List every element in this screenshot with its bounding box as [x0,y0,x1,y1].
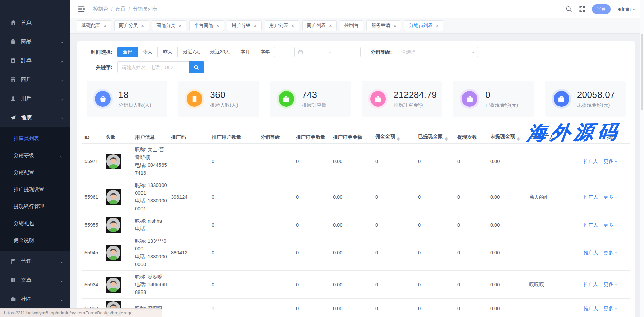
search-icon[interactable] [566,6,572,12]
scrollbar-thumb[interactable] [641,34,643,110]
close-icon[interactable]: × [141,23,144,28]
level-select[interactable]: 请选择 [397,47,478,57]
sidebar-item-articles[interactable]: 文章 [0,270,70,289]
action-more-link[interactable]: 更多 [604,250,617,256]
column-header-unwithdrawn[interactable]: 未提现金额 [490,133,529,141]
close-icon[interactable]: × [291,23,295,28]
tab-merchant-category[interactable]: 商户分类× [114,20,149,31]
breadcrumb-item[interactable]: 设置 [116,6,126,12]
tab-goods-category[interactable]: 商品分类× [152,20,187,31]
time-filter-option-1[interactable]: 今天 [137,47,158,57]
time-filter-option-3[interactable]: 最近7天 [177,47,205,57]
close-icon[interactable]: × [179,23,182,28]
keyword-label: 关键字: [82,64,112,71]
tab-basic-config[interactable]: 基礎配置× [77,20,111,31]
user-icon [10,96,16,102]
time-filter-option-4[interactable]: 最近30天 [205,47,235,57]
chevron-down-icon [61,79,63,82]
sidebar-item-marketing[interactable]: 营销 [0,251,70,270]
column-header-commission[interactable]: 佣金金额 [375,133,418,141]
breadcrumb-item[interactable]: 分销员列表 [133,6,158,12]
action-more-link[interactable]: 更多 [604,222,617,228]
close-icon[interactable]: × [103,23,107,28]
table-row: 55945昵称: 133****0000电话: 1330000000088041… [82,235,630,271]
action-promoter-link[interactable]: 推广人 [584,305,599,312]
sidebar-item-commission-notes[interactable]: 佣金说明 [0,232,70,249]
briefcase-icon [558,95,565,103]
sidebar-item-goods[interactable]: 商品 [0,32,70,51]
close-icon[interactable]: × [254,23,257,28]
cell-commission: 0 [375,222,418,228]
close-icon[interactable]: × [329,23,332,28]
time-filter-option-2[interactable]: 昨天 [157,47,178,57]
sidebar-item-label: 訂單 [21,57,32,64]
cell-avatar [106,189,135,205]
tab-merchant-list[interactable]: 商户列表× [302,20,337,31]
cell-commission: 0 [375,194,418,200]
column-header-id: ID [84,135,106,140]
sidebar-item-withdraw-banks[interactable]: 提现银行管理 [0,198,70,215]
sidebar-item-promoter-list[interactable]: 推廣員列表 [0,130,70,147]
action-promoter-link[interactable]: 推广人 [584,281,599,288]
sort-icon[interactable] [445,137,448,141]
user-info: 昵称: nishhs电话: [135,217,168,233]
sort-icon[interactable] [397,137,400,141]
sidebar-item-merchants[interactable]: 商戶 [0,70,70,89]
cell-order_count: 0 [296,159,333,164]
sidebar-item-home[interactable]: 首頁 [0,13,70,32]
tab-distributor-list[interactable]: 分销员列表× [404,20,443,31]
tab-console[interactable]: 控制台 [340,20,363,31]
cell-parent: 离去的雨 [529,194,570,200]
action-more-link[interactable]: 更多 [604,194,617,200]
cell-id: 55955 [84,222,106,228]
platform-badge[interactable]: 平台 [592,4,611,14]
tab-service-apply[interactable]: 服务申请× [366,20,401,31]
time-filter-option-5[interactable]: 本月 [235,47,255,57]
time-filter-option-6[interactable]: 本年 [255,47,275,57]
stat-card-promo-order-amount: 212284.79推廣訂單金額 [362,81,442,117]
tab-platform-goods[interactable]: 平台商品× [189,20,224,31]
action-promoter-link[interactable]: 推广人 [584,250,599,256]
action-promoter-link[interactable]: 推广人 [584,222,599,228]
close-icon[interactable]: × [216,23,219,28]
action-more-link[interactable]: 更多 [604,281,617,288]
home-icon [10,20,16,25]
sort-icon[interactable] [517,137,520,141]
tab-user-list[interactable]: 用户列表× [265,20,299,31]
close-icon[interactable]: × [393,23,396,28]
user-menu[interactable]: admin [618,6,636,12]
sidebar-item-community[interactable]: 社區 [0,289,70,309]
chevron-down-icon [61,280,63,282]
stat-card-promo-orders: 743推廣訂單量 [270,81,351,117]
user-phone: 电话: 00445657416 [135,161,168,177]
date-range-input[interactable]: - [294,47,361,57]
sidebar-item-distribution-config[interactable]: 分銷配置 [0,164,70,181]
cell-action: 推广人更多 [570,222,630,228]
action-promoter-link[interactable]: 推广人 [584,158,599,165]
time-filter-option-0[interactable]: 全部 [117,47,138,57]
close-icon[interactable]: × [436,23,439,28]
action-more-link[interactable]: 更多 [604,158,617,165]
sidebar-item-orders[interactable]: 訂單 [0,51,70,70]
cell-times: 0 [457,222,490,228]
cell-userinfo: 昵称: 莱士·普雷斯顿电话: 00445657416 [135,146,171,177]
sidebar-item-promotion[interactable]: 推廣 [0,108,70,127]
tab-user-groups[interactable]: 用户分组× [227,20,262,31]
fullscreen-icon[interactable] [579,6,585,12]
sidebar-item-distribution-gift[interactable]: 分销礼包 [0,215,70,232]
vertical-scrollbar[interactable] [640,0,644,317]
action-promoter-link[interactable]: 推广人 [584,194,599,200]
shop-icon [10,77,16,83]
sidebar-item-distribution-level[interactable]: 分銷等级 [0,147,70,164]
keyword-input[interactable] [117,61,189,73]
action-more-link[interactable]: 更多 [604,305,617,312]
breadcrumb-item[interactable]: 控制台 [93,6,108,12]
search-button[interactable] [189,61,204,73]
menu-collapse-icon[interactable] [78,6,85,12]
sidebar-item-label: 社區 [21,296,32,303]
stat-card-unwithdrawn-amount: 20058.07未提現金額(元) [545,81,626,117]
tabstrip: 基礎配置×商户分类×商品分类×平台商品×用户分组×用户列表×商户列表×控制台服务… [70,18,644,33]
sidebar-item-withdraw-settings[interactable]: 推广提现设置 [0,181,70,198]
column-header-withdrawn[interactable]: 已提现金额 [418,133,457,141]
sidebar-item-users[interactable]: 用戶 [0,89,70,108]
